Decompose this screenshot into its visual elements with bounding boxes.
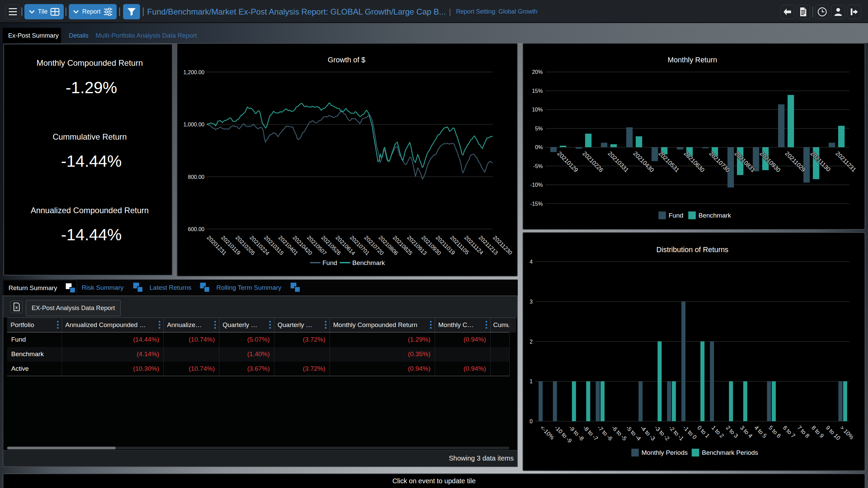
- svg-text:0: 0: [530, 419, 533, 424]
- svg-text:Distribution of Returns: Distribution of Returns: [656, 246, 729, 254]
- svg-text:5%: 5%: [535, 126, 543, 131]
- svg-text:7 to 8: 7 to 8: [796, 424, 811, 439]
- svg-text:10%: 10%: [532, 107, 543, 113]
- svg-text:20%: 20%: [532, 69, 543, 75]
- svg-text:-7 to -6: -7 to -6: [596, 424, 614, 442]
- svg-text:Benchmark Periods: Benchmark Periods: [702, 449, 758, 456]
- svg-text:2: 2: [530, 339, 533, 345]
- svg-text:9 to 10: 9 to 10: [825, 424, 842, 441]
- svg-text:-10%: -10%: [530, 182, 543, 188]
- svg-text:x: x: [15, 304, 18, 310]
- svg-text:4: 4: [530, 259, 533, 265]
- svg-text:20210331: 20210331: [607, 150, 630, 174]
- svg-text:8 to 9: 8 to 9: [810, 424, 825, 439]
- svg-text:Benchmark: Benchmark: [698, 212, 731, 219]
- svg-text:15%: 15%: [532, 88, 543, 94]
- svg-text:-4 to -3: -4 to -3: [639, 424, 656, 442]
- svg-text:Growth of $: Growth of $: [328, 56, 365, 64]
- svg-text:Fund: Fund: [322, 259, 337, 266]
- svg-text:<-10%: <-10%: [539, 424, 556, 441]
- svg-text:1,200.00: 1,200.00: [183, 69, 204, 75]
- svg-text:3 to 4: 3 to 4: [739, 424, 754, 439]
- svg-text:2 to 3: 2 to 3: [725, 424, 739, 439]
- svg-text:-5%: -5%: [533, 163, 543, 169]
- svg-text:20210531: 20210531: [657, 150, 680, 174]
- svg-text:1: 1: [530, 379, 533, 384]
- svg-text:-6 to -5: -6 to -5: [610, 424, 628, 442]
- svg-text:20210129: 20210129: [556, 150, 579, 174]
- svg-text:-2 to -1: -2 to -1: [668, 424, 685, 442]
- svg-text:1 to 2: 1 to 2: [710, 424, 725, 439]
- svg-text:800.00: 800.00: [188, 174, 204, 180]
- svg-text:3: 3: [530, 299, 533, 305]
- svg-text:5 to 6: 5 to 6: [767, 424, 782, 439]
- svg-text:-3 to -2: -3 to -2: [653, 424, 671, 442]
- svg-text:-15%: -15%: [530, 201, 543, 207]
- svg-text:4 to 5: 4 to 5: [753, 424, 768, 439]
- svg-text:-8 to -7: -8 to -7: [582, 424, 599, 442]
- svg-text:20210930: 20210930: [758, 150, 782, 174]
- svg-text:0%: 0%: [535, 144, 543, 150]
- svg-text:1,000.00: 1,000.00: [183, 122, 204, 127]
- svg-text:0 to 1: 0 to 1: [696, 424, 711, 439]
- svg-text:20210226: 20210226: [581, 150, 605, 174]
- svg-text:20211231: 20211231: [834, 150, 857, 173]
- svg-text:Monthly Periods: Monthly Periods: [642, 449, 688, 456]
- svg-text:Fund: Fund: [669, 212, 683, 219]
- svg-text:20211130: 20211130: [809, 150, 832, 173]
- svg-text:-5 to -4: -5 to -4: [625, 424, 642, 442]
- svg-text:> 10%: > 10%: [839, 424, 855, 441]
- svg-text:6 to 7: 6 to 7: [782, 424, 796, 439]
- svg-text:Benchmark: Benchmark: [352, 259, 385, 266]
- svg-text:600.00: 600.00: [188, 226, 204, 232]
- svg-text:Monthly Return: Monthly Return: [668, 56, 717, 64]
- svg-text:-1 to 0: -1 to 0: [682, 424, 698, 441]
- svg-text:20210630: 20210630: [683, 150, 706, 174]
